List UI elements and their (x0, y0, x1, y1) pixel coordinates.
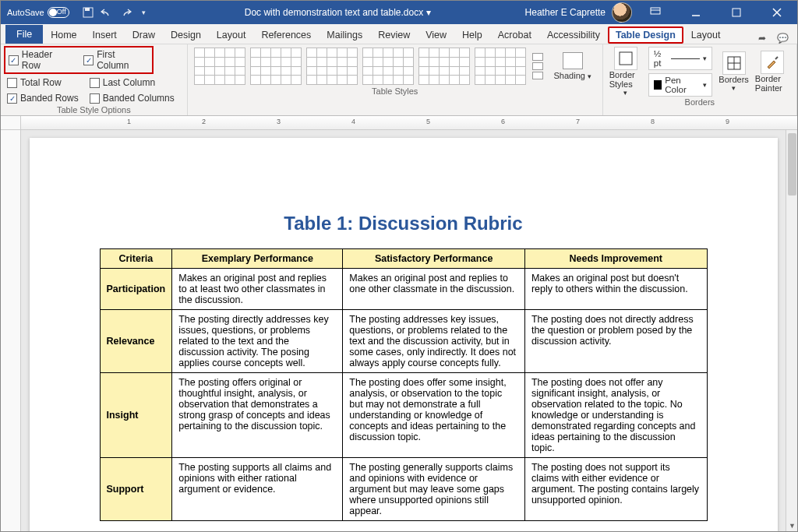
checkbox-banded-columns[interactable]: Banded Columns (90, 93, 175, 104)
more-icon[interactable] (532, 72, 543, 79)
page: Table 1: Discussion Rubric CriteriaExemp… (30, 138, 778, 531)
vertical-ruler[interactable] (1, 130, 21, 531)
qat-dropdown-icon[interactable]: ▾ (138, 6, 150, 19)
undo-icon[interactable] (101, 6, 113, 19)
comments-icon[interactable]: 💬 (772, 33, 793, 44)
vertical-scrollbar[interactable]: ▲ ▼ (786, 130, 797, 531)
checkbox-total-row[interactable]: Total Row (7, 77, 79, 88)
table-cell[interactable]: The posting does not support its claims … (524, 458, 707, 521)
table-cell[interactable]: The posting supports all claims and opin… (172, 458, 343, 521)
pen-weight-dropdown[interactable]: ½ pt▾ (648, 47, 713, 70)
table-style-thumb[interactable] (306, 48, 358, 85)
pen-color-dropdown[interactable]: Pen Color ▾ (648, 73, 713, 97)
svg-rect-7 (620, 52, 632, 65)
page-scroll[interactable]: Table 1: Discussion Rubric CriteriaExemp… (21, 130, 786, 531)
table-cell[interactable]: The posting generally supports claims an… (343, 458, 525, 521)
maximize-icon[interactable] (719, 1, 754, 24)
borders-dropdown[interactable]: Borders▾ (719, 51, 749, 92)
checkmark-icon (9, 55, 19, 65)
table-cell[interactable]: The posting does not directly address th… (524, 310, 707, 373)
chevron-down-icon[interactable] (532, 62, 543, 70)
user-avatar-icon[interactable] (612, 2, 632, 23)
border-styles-icon (614, 47, 637, 70)
row-criteria[interactable]: Relevance (100, 310, 172, 373)
table-cell[interactable]: Makes an original post and replies to on… (343, 269, 525, 310)
tab-insert[interactable]: Insert (85, 26, 125, 44)
tab-table-design[interactable]: Table Design (608, 26, 683, 44)
tab-design[interactable]: Design (163, 26, 209, 44)
checkbox-first-column[interactable]: First Column (83, 49, 149, 71)
styles-gallery-scroll[interactable] (531, 53, 545, 79)
group-label: Table Style Options (7, 104, 181, 115)
shading-button[interactable]: Shading ▾ (549, 52, 596, 80)
table-style-thumb[interactable] (418, 48, 470, 85)
row-criteria[interactable]: Participation (100, 269, 172, 310)
table-row[interactable]: RelevanceThe posting directly addresses … (100, 310, 707, 373)
table-row[interactable]: ParticipationMakes an original post and … (100, 269, 707, 310)
table-style-thumb[interactable] (250, 48, 302, 85)
scroll-down-icon[interactable]: ▼ (786, 520, 797, 531)
ribbon-options-icon[interactable] (638, 1, 673, 24)
table-cell[interactable]: The posting does not offer any significa… (524, 373, 707, 458)
table-row[interactable]: SupportThe posting supports all claims a… (100, 458, 707, 521)
table-cell[interactable]: The posting does offer some insight, ana… (343, 373, 525, 458)
toggle-switch-icon: Off (48, 7, 69, 18)
table-cell[interactable]: Makes an original post and replies to at… (172, 269, 343, 310)
horizontal-ruler[interactable]: 123456789 (21, 116, 797, 129)
tab-home[interactable]: Home (43, 26, 84, 44)
share-icon[interactable]: ➦ (752, 33, 772, 44)
chevron-up-icon[interactable] (532, 53, 543, 61)
title-bar: AutoSave Off ▾ Doc with demonstration te… (1, 1, 797, 24)
checkbox-header-row[interactable]: Header Row (9, 49, 72, 71)
table-style-thumb[interactable] (475, 48, 526, 85)
tab-references[interactable]: References (253, 26, 319, 44)
table-header[interactable]: Needs Improvement (524, 249, 707, 269)
tab-layout[interactable]: Layout (209, 26, 254, 44)
rubric-table[interactable]: CriteriaExemplary PerformanceSatisfactor… (100, 248, 708, 521)
table-cell[interactable]: The posting directly addresses key issue… (172, 310, 343, 373)
close-icon[interactable] (760, 1, 794, 24)
table-header[interactable]: Exemplary Performance (172, 249, 343, 269)
redo-icon[interactable] (119, 6, 132, 19)
table-header[interactable]: Criteria (100, 249, 172, 269)
svg-rect-2 (651, 8, 660, 14)
table-style-thumb[interactable] (194, 48, 245, 85)
line-sample-icon (671, 58, 700, 59)
table-row[interactable]: InsightThe posting offers original or th… (100, 373, 707, 458)
table-cell[interactable]: Makes an original post but doesn't reply… (524, 269, 707, 310)
tab-file[interactable]: File (5, 25, 43, 44)
tab-accessibility[interactable]: Accessibility (539, 26, 608, 44)
table-style-thumb[interactable] (362, 48, 414, 85)
autosave-toggle[interactable]: AutoSave Off (7, 7, 69, 18)
table-cell[interactable]: The posting addresses key issues, questi… (343, 310, 525, 373)
tab-layout[interactable]: Layout (683, 26, 729, 44)
ruler-corner (1, 116, 21, 129)
group-table-style-options: Header Row First Column Total Row Banded… (1, 44, 188, 115)
group-label: Borders (609, 96, 790, 107)
checkbox-banded-rows[interactable]: Banded Rows (7, 93, 79, 104)
tab-review[interactable]: Review (370, 26, 418, 44)
save-icon[interactable] (82, 6, 94, 19)
paintbrush-icon (761, 51, 784, 74)
ribbon: Header Row First Column Total Row Banded… (1, 44, 797, 116)
tab-draw[interactable]: Draw (125, 26, 163, 44)
minimize-icon[interactable] (679, 1, 713, 24)
document-heading: Table 1: Discussion Rubric (100, 213, 708, 234)
checkbox-last-column[interactable]: Last Column (90, 77, 175, 88)
table-cell[interactable]: The posting offers original or thoughtfu… (172, 373, 343, 458)
scrollbar-thumb[interactable] (788, 133, 796, 196)
user-name: Heather E Caprette (525, 7, 606, 18)
table-header[interactable]: Satisfactory Performance (343, 249, 525, 269)
svg-rect-4 (733, 9, 740, 16)
svg-line-11 (775, 57, 778, 59)
document-area: Table 1: Discussion Rubric CriteriaExemp… (1, 130, 797, 531)
tab-acrobat[interactable]: Acrobat (490, 26, 539, 44)
tab-view[interactable]: View (418, 26, 454, 44)
border-styles-button[interactable]: Border Styles▾ (609, 47, 642, 97)
row-criteria[interactable]: Support (100, 458, 172, 521)
svg-rect-1 (85, 8, 90, 11)
tab-help[interactable]: Help (454, 26, 490, 44)
tab-mailings[interactable]: Mailings (319, 26, 370, 44)
row-criteria[interactable]: Insight (100, 373, 172, 458)
border-painter-button[interactable]: Border Painter (755, 51, 790, 93)
